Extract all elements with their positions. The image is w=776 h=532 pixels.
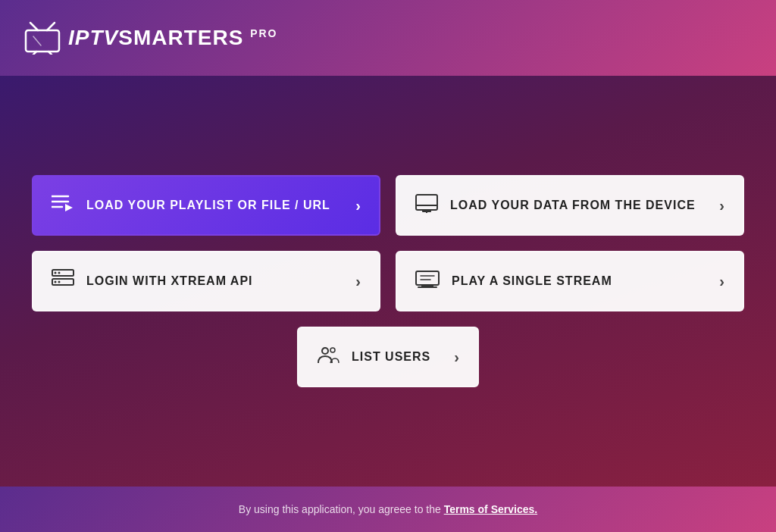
footer-text: By using this application, you agreee to… xyxy=(239,503,537,515)
playlist-svg-icon xyxy=(52,193,74,213)
stream-btn-left: PLAY A SINGLE STREAM xyxy=(415,269,612,294)
playlist-btn-left: LOAD YOUR PLAYLIST OR FILE / URL xyxy=(52,193,330,218)
stream-icon xyxy=(415,269,440,294)
logo-container: IPTVSMARTERS PRO xyxy=(23,21,277,55)
device-label: LOAD YOUR DATA FROM THE DEVICE xyxy=(450,199,696,212)
playlist-label: LOAD YOUR PLAYLIST OR FILE / URL xyxy=(86,199,330,212)
svg-point-25 xyxy=(322,348,328,354)
stream-label: PLAY A SINGLE STREAM xyxy=(452,274,612,288)
svg-line-5 xyxy=(33,36,41,45)
svg-rect-2 xyxy=(26,30,59,52)
svg-rect-12 xyxy=(422,210,431,212)
svg-point-26 xyxy=(330,348,335,352)
svg-marker-9 xyxy=(65,204,73,211)
footer: By using this application, you agreee to… xyxy=(0,487,776,532)
svg-point-19 xyxy=(58,280,61,283)
logo-text: IPTVSMARTERS PRO xyxy=(68,26,277,50)
logo-pro: PRO xyxy=(250,27,277,39)
device-arrow: › xyxy=(719,197,724,214)
users-label: LIST USERS xyxy=(352,350,430,364)
stream-arrow: › xyxy=(719,273,724,290)
xtream-svg-icon xyxy=(52,269,74,289)
device-svg-icon xyxy=(415,193,438,213)
users-button[interactable]: LIST USERS › xyxy=(297,327,479,387)
header: IPTVSMARTERS PRO xyxy=(0,0,776,76)
main-content: LOAD YOUR PLAYLIST OR FILE / URL › LOAD … xyxy=(0,76,776,487)
users-btn-left: LIST USERS xyxy=(317,345,430,370)
footer-text-main: By using this application, you agreee to… xyxy=(239,503,444,515)
buttons-row-3: LIST USERS › xyxy=(24,327,752,387)
stream-button[interactable]: PLAY A SINGLE STREAM › xyxy=(396,251,744,311)
buttons-row-2: LOGIN WITH XTREAM API › PLAY A SINGLE xyxy=(24,251,752,311)
device-button[interactable]: LOAD YOUR DATA FROM THE DEVICE › xyxy=(396,175,744,236)
device-btn-left: LOAD YOUR DATA FROM THE DEVICE xyxy=(415,193,696,218)
xtream-button[interactable]: LOGIN WITH XTREAM API › xyxy=(32,251,380,311)
svg-line-1 xyxy=(47,23,55,30)
buttons-row-1: LOAD YOUR PLAYLIST OR FILE / URL › LOAD … xyxy=(24,175,752,236)
device-icon xyxy=(415,193,438,218)
svg-rect-10 xyxy=(416,195,437,210)
tv-svg-icon xyxy=(23,21,62,55)
logo-tv-icon xyxy=(23,21,62,55)
users-svg-icon xyxy=(317,345,340,365)
xtream-icon xyxy=(52,269,74,294)
playlist-icon xyxy=(52,193,74,218)
users-arrow: › xyxy=(454,349,459,366)
svg-point-16 xyxy=(55,271,57,274)
xtream-label: LOGIN WITH XTREAM API xyxy=(86,274,253,288)
svg-line-0 xyxy=(30,23,38,30)
logo-smarters: SMARTERS xyxy=(118,26,243,49)
playlist-arrow: › xyxy=(355,197,361,214)
svg-rect-20 xyxy=(416,271,439,285)
stream-svg-icon xyxy=(415,269,440,289)
playlist-button[interactable]: LOAD YOUR PLAYLIST OR FILE / URL › xyxy=(32,175,380,236)
footer-terms-link[interactable]: Terms of Services. xyxy=(444,503,537,515)
svg-point-18 xyxy=(55,280,57,283)
xtream-arrow: › xyxy=(355,273,361,290)
logo-iptv: IPTV xyxy=(68,26,118,49)
xtream-btn-left: LOGIN WITH XTREAM API xyxy=(52,269,253,294)
users-icon xyxy=(317,345,340,370)
svg-point-17 xyxy=(58,271,61,274)
